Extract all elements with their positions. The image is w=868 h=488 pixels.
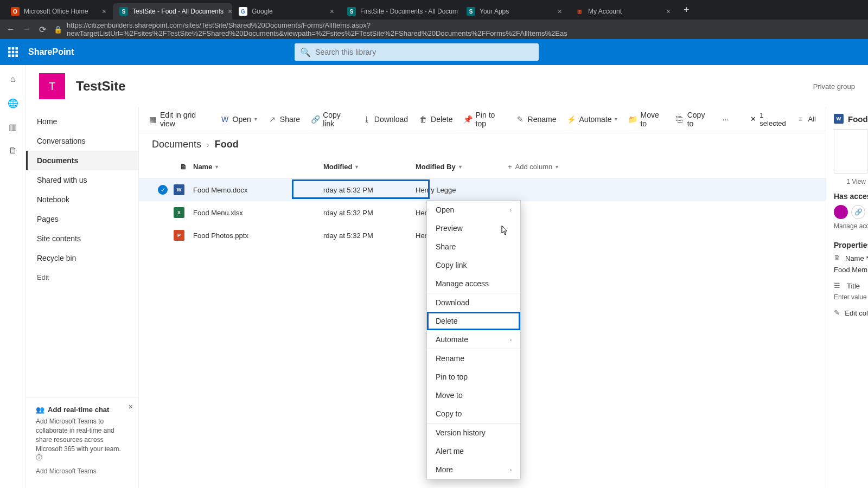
close-icon[interactable]: × — [666, 7, 671, 16]
browser-tab[interactable]: OMicrosoft Office Home× — [4, 3, 113, 20]
svg-rect-3 — [8, 51, 11, 54]
modified-by-cell[interactable]: Henry Legge — [416, 186, 508, 194]
reload-button[interactable]: ⟳ — [39, 24, 46, 35]
ctx-alert[interactable]: Alert me — [427, 442, 520, 460]
nav-shared[interactable]: Shared with us — [26, 170, 138, 190]
grid-icon: ▦ — [149, 115, 157, 124]
news-icon[interactable]: ▥ — [8, 121, 18, 132]
ctx-open[interactable]: Open› — [427, 201, 520, 219]
manage-access-link[interactable]: Manage acc — [834, 222, 868, 230]
ctx-moveto[interactable]: Move to — [427, 386, 520, 404]
cmd-pin[interactable]: 📌Pin to top — [464, 111, 505, 128]
browser-tab[interactable]: SFirstSite - Documents - All Docum× — [341, 3, 460, 20]
file-row[interactable]: ✓ W Food Memo.docx rday at 5:32 PM Henry… — [139, 178, 826, 201]
copyto-icon: ⿻ — [676, 115, 684, 124]
cmd-open[interactable]: WOpen▾ — [221, 115, 257, 124]
add-column[interactable]: +Add column▾ — [508, 163, 584, 171]
ctx-download[interactable]: Download — [427, 293, 520, 312]
view-count: 1 View — [834, 178, 868, 185]
globe-icon[interactable]: 🌐 — [8, 98, 18, 108]
cmd-share[interactable]: ↗Share — [268, 115, 300, 124]
col-name[interactable]: Name▾ — [193, 163, 323, 171]
nav-contents[interactable]: Site contents — [26, 229, 138, 248]
app-launcher-icon[interactable] — [0, 39, 26, 65]
file-name[interactable]: Food Memo.docx — [193, 186, 247, 194]
excel-icon: X — [174, 207, 184, 218]
cmd-delete[interactable]: 🗑Delete — [419, 115, 452, 124]
nav-notebook[interactable]: Notebook — [26, 190, 138, 209]
ctx-version[interactable]: Version history — [427, 423, 520, 442]
ctx-copyto[interactable]: Copy to — [427, 404, 520, 423]
cmd-edit-grid[interactable]: ▦Edit in grid view — [149, 111, 210, 128]
nav-home[interactable]: Home — [26, 112, 138, 131]
prop-name-label: Name * — [845, 254, 868, 262]
home-icon[interactable]: ⌂ — [8, 74, 18, 85]
site-logo[interactable]: T — [39, 73, 65, 99]
ctx-copylink[interactable]: Copy link — [427, 256, 520, 274]
file-type-icon[interactable]: 🗎 — [174, 163, 193, 171]
ctx-automate[interactable]: Automate› — [427, 330, 520, 349]
file-name[interactable]: Food Menu.xlsx — [193, 209, 243, 217]
nav-conversations[interactable]: Conversations — [26, 131, 138, 151]
download-icon: ⭳ — [362, 115, 371, 124]
ctx-delete[interactable]: Delete — [427, 312, 520, 330]
site-title[interactable]: TestSite — [76, 79, 126, 94]
cmd-rename[interactable]: ✎Rename — [516, 115, 557, 124]
nav-pages[interactable]: Pages — [26, 209, 138, 229]
nav-recycle[interactable]: Recycle bin — [26, 248, 138, 268]
link-icon[interactable]: 🔗 — [851, 205, 865, 219]
promo-title: Add real-time chat — [48, 405, 109, 415]
favicon: S — [119, 7, 128, 16]
nav-documents[interactable]: Documents — [26, 151, 138, 170]
cmd-more[interactable]: ··· — [723, 115, 729, 124]
back-button[interactable]: ← — [7, 24, 15, 34]
clear-selection[interactable]: ✕1 selected — [750, 111, 787, 127]
url-field[interactable]: 🔒 https://citizenbuilders.sharepoint.com… — [54, 21, 861, 37]
add-teams-link[interactable]: Add Microsoft Teams — [36, 467, 129, 476]
breadcrumb-root[interactable]: Documents — [152, 139, 201, 150]
cmd-automate[interactable]: ⚡Automate▾ — [567, 115, 618, 124]
prop-name-value[interactable]: Food Mem — [834, 266, 868, 274]
new-tab-button[interactable]: + — [677, 4, 696, 16]
search-box[interactable]: 🔍 — [295, 43, 539, 61]
pencil-icon: ✎ — [834, 309, 840, 317]
avatar[interactable] — [834, 205, 848, 219]
browser-tab[interactable]: SYour Apps× — [460, 3, 569, 20]
search-input[interactable] — [315, 48, 533, 56]
cmd-download[interactable]: ⭳Download — [362, 115, 408, 124]
close-icon[interactable]: × — [228, 7, 232, 16]
nav-edit[interactable]: Edit — [26, 268, 138, 287]
suite-brand[interactable]: SharePoint — [26, 47, 74, 57]
prop-title-placeholder[interactable]: Enter value — [834, 293, 868, 301]
close-icon[interactable]: × — [129, 402, 133, 413]
col-modified[interactable]: Modified▾ — [323, 163, 416, 171]
ctx-share[interactable]: Share — [427, 237, 520, 256]
ctx-rename[interactable]: Rename — [427, 349, 520, 368]
close-icon[interactable]: × — [330, 7, 334, 16]
files-icon[interactable]: 🗎 — [8, 145, 18, 156]
browser-tab[interactable]: ⊞My Account× — [569, 3, 677, 20]
view-switcher[interactable]: ≡All — [796, 115, 816, 124]
plus-icon: + — [508, 163, 512, 171]
promo-body: Add Microsoft Teams to collaborate in re… — [36, 417, 129, 453]
forward-button[interactable]: → — [23, 24, 31, 34]
col-modified-by[interactable]: Modified By▾ — [416, 163, 508, 171]
cmd-moveto[interactable]: 📁Move to — [628, 111, 665, 128]
browser-tab[interactable]: GGoogle× — [232, 3, 341, 20]
ctx-more[interactable]: More› — [427, 460, 520, 479]
browser-tab-active[interactable]: STestSite - Food - All Documents× — [113, 3, 232, 20]
ctx-manage-access[interactable]: Manage access — [427, 274, 520, 293]
cmd-copyto[interactable]: ⿻Copy to — [676, 111, 712, 128]
file-name[interactable]: Food Photos.pptx — [193, 232, 248, 240]
row-checkbox[interactable]: ✓ — [158, 185, 168, 195]
svg-rect-7 — [12, 55, 15, 57]
site-header: T TestSite Private group — [26, 65, 868, 107]
close-icon[interactable]: × — [102, 7, 106, 16]
word-icon: W — [221, 115, 229, 124]
ctx-pin[interactable]: Pin to top — [427, 368, 520, 386]
cmd-copylink[interactable]: 🔗Copy link — [311, 111, 352, 128]
close-icon[interactable]: × — [558, 7, 562, 16]
info-icon[interactable]: ⓘ — [36, 454, 42, 461]
edit-columns-link[interactable]: ✎Edit col — [834, 309, 868, 317]
ctx-preview[interactable]: Preview — [427, 219, 520, 237]
